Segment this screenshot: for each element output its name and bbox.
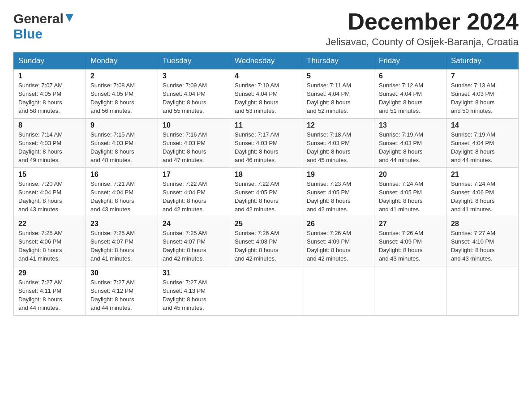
calendar-table: SundayMondayTuesdayWednesdayThursdayFrid… xyxy=(13,52,519,316)
day-info: Sunrise: 7:26 AMSunset: 4:09 PMDaylight:… xyxy=(307,229,369,263)
calendar-cell: 18Sunrise: 7:22 AMSunset: 4:05 PMDayligh… xyxy=(230,168,302,217)
calendar-cell: 19Sunrise: 7:23 AMSunset: 4:05 PMDayligh… xyxy=(302,168,374,217)
day-info: Sunrise: 7:27 AMSunset: 4:12 PMDaylight:… xyxy=(90,278,153,312)
col-header-friday: Friday xyxy=(374,53,446,69)
day-number: 1 xyxy=(18,72,81,80)
day-number: 10 xyxy=(163,121,225,129)
location-subtitle: Jelisavac, County of Osijek-Baranja, Cro… xyxy=(326,36,519,48)
calendar-cell: 27Sunrise: 7:26 AMSunset: 4:09 PMDayligh… xyxy=(374,217,446,266)
day-info: Sunrise: 7:24 AMSunset: 4:06 PMDaylight:… xyxy=(451,180,514,214)
day-info: Sunrise: 7:10 AMSunset: 4:04 PMDaylight:… xyxy=(235,81,297,115)
calendar-cell xyxy=(302,266,374,316)
day-info: Sunrise: 7:19 AMSunset: 4:03 PMDaylight:… xyxy=(379,131,442,164)
day-info: Sunrise: 7:17 AMSunset: 4:03 PMDaylight:… xyxy=(235,131,297,164)
calendar-week-row: 1Sunrise: 7:07 AMSunset: 4:05 PMDaylight… xyxy=(14,69,519,119)
day-number: 12 xyxy=(307,121,369,129)
calendar-cell: 29Sunrise: 7:27 AMSunset: 4:11 PMDayligh… xyxy=(14,266,86,316)
calendar-cell: 3Sunrise: 7:09 AMSunset: 4:04 PMDaylight… xyxy=(158,69,230,119)
calendar-cell xyxy=(446,266,519,316)
calendar-cell xyxy=(374,266,446,316)
day-number: 31 xyxy=(163,269,225,277)
calendar-cell: 15Sunrise: 7:20 AMSunset: 4:04 PMDayligh… xyxy=(14,168,86,217)
calendar-cell: 28Sunrise: 7:27 AMSunset: 4:10 PMDayligh… xyxy=(446,217,519,266)
calendar-cell: 6Sunrise: 7:12 AMSunset: 4:04 PMDaylight… xyxy=(374,69,446,119)
col-header-wednesday: Wednesday xyxy=(230,53,302,69)
day-number: 27 xyxy=(379,220,442,228)
calendar-cell: 2Sunrise: 7:08 AMSunset: 4:05 PMDaylight… xyxy=(86,69,158,119)
calendar-cell: 10Sunrise: 7:16 AMSunset: 4:03 PMDayligh… xyxy=(158,119,230,168)
day-info: Sunrise: 7:27 AMSunset: 4:10 PMDaylight:… xyxy=(451,229,514,263)
day-info: Sunrise: 7:12 AMSunset: 4:04 PMDaylight:… xyxy=(379,81,442,115)
day-number: 24 xyxy=(163,220,225,228)
calendar-cell: 17Sunrise: 7:22 AMSunset: 4:04 PMDayligh… xyxy=(158,168,230,217)
day-number: 14 xyxy=(451,121,514,129)
day-number: 20 xyxy=(379,171,442,179)
calendar-cell: 11Sunrise: 7:17 AMSunset: 4:03 PMDayligh… xyxy=(230,119,302,168)
day-number: 16 xyxy=(90,171,153,179)
calendar-cell: 14Sunrise: 7:19 AMSunset: 4:04 PMDayligh… xyxy=(446,119,519,168)
day-info: Sunrise: 7:27 AMSunset: 4:13 PMDaylight:… xyxy=(163,278,225,312)
col-header-monday: Monday xyxy=(86,53,158,69)
day-info: Sunrise: 7:09 AMSunset: 4:04 PMDaylight:… xyxy=(163,81,225,115)
calendar-cell: 24Sunrise: 7:25 AMSunset: 4:07 PMDayligh… xyxy=(158,217,230,266)
day-number: 7 xyxy=(451,72,514,80)
calendar-cell: 4Sunrise: 7:10 AMSunset: 4:04 PMDaylight… xyxy=(230,69,302,119)
day-number: 17 xyxy=(163,171,225,179)
day-number: 28 xyxy=(451,220,514,228)
day-info: Sunrise: 7:07 AMSunset: 4:05 PMDaylight:… xyxy=(18,81,81,115)
title-area: December 2024 Jelisavac, County of Osije… xyxy=(326,9,519,48)
calendar-cell: 1Sunrise: 7:07 AMSunset: 4:05 PMDaylight… xyxy=(14,69,86,119)
day-info: Sunrise: 7:20 AMSunset: 4:04 PMDaylight:… xyxy=(18,180,81,214)
day-number: 11 xyxy=(235,121,297,129)
day-number: 26 xyxy=(307,220,369,228)
calendar-cell: 13Sunrise: 7:19 AMSunset: 4:03 PMDayligh… xyxy=(374,119,446,168)
day-info: Sunrise: 7:15 AMSunset: 4:03 PMDaylight:… xyxy=(90,131,153,164)
day-number: 23 xyxy=(90,220,153,228)
day-number: 18 xyxy=(235,171,297,179)
day-number: 30 xyxy=(90,269,153,277)
day-number: 6 xyxy=(379,72,442,80)
calendar-cell: 9Sunrise: 7:15 AMSunset: 4:03 PMDaylight… xyxy=(86,119,158,168)
day-number: 25 xyxy=(235,220,297,228)
page-header: General Blue December 2024 Jelisavac, Co… xyxy=(13,9,519,48)
calendar-cell: 20Sunrise: 7:24 AMSunset: 4:05 PMDayligh… xyxy=(374,168,446,217)
day-number: 21 xyxy=(451,171,514,179)
day-info: Sunrise: 7:25 AMSunset: 4:06 PMDaylight:… xyxy=(18,229,81,263)
day-info: Sunrise: 7:26 AMSunset: 4:08 PMDaylight:… xyxy=(235,229,297,263)
calendar-cell: 25Sunrise: 7:26 AMSunset: 4:08 PMDayligh… xyxy=(230,217,302,266)
logo-triangle-icon xyxy=(65,14,73,24)
calendar-cell: 21Sunrise: 7:24 AMSunset: 4:06 PMDayligh… xyxy=(446,168,519,217)
logo-general: General xyxy=(13,11,64,26)
day-info: Sunrise: 7:14 AMSunset: 4:03 PMDaylight:… xyxy=(18,131,81,164)
day-number: 29 xyxy=(18,269,81,277)
calendar-cell: 12Sunrise: 7:18 AMSunset: 4:03 PMDayligh… xyxy=(302,119,374,168)
calendar-cell: 23Sunrise: 7:25 AMSunset: 4:07 PMDayligh… xyxy=(86,217,158,266)
calendar-cell: 26Sunrise: 7:26 AMSunset: 4:09 PMDayligh… xyxy=(302,217,374,266)
day-info: Sunrise: 7:27 AMSunset: 4:11 PMDaylight:… xyxy=(18,278,81,312)
day-info: Sunrise: 7:13 AMSunset: 4:03 PMDaylight:… xyxy=(451,81,514,115)
calendar-header-row: SundayMondayTuesdayWednesdayThursdayFrid… xyxy=(14,53,519,69)
calendar-cell: 22Sunrise: 7:25 AMSunset: 4:06 PMDayligh… xyxy=(14,217,86,266)
day-info: Sunrise: 7:22 AMSunset: 4:04 PMDaylight:… xyxy=(163,180,225,214)
day-info: Sunrise: 7:19 AMSunset: 4:04 PMDaylight:… xyxy=(451,131,514,164)
calendar-cell xyxy=(230,266,302,316)
col-header-sunday: Sunday xyxy=(14,53,86,69)
day-info: Sunrise: 7:23 AMSunset: 4:05 PMDaylight:… xyxy=(307,180,369,214)
calendar-cell: 16Sunrise: 7:21 AMSunset: 4:04 PMDayligh… xyxy=(86,168,158,217)
day-number: 15 xyxy=(18,171,81,179)
logo: General Blue xyxy=(13,9,73,42)
calendar-cell: 30Sunrise: 7:27 AMSunset: 4:12 PMDayligh… xyxy=(86,266,158,316)
day-info: Sunrise: 7:16 AMSunset: 4:03 PMDaylight:… xyxy=(163,131,225,164)
day-number: 5 xyxy=(307,72,369,80)
day-number: 8 xyxy=(18,121,81,129)
calendar-week-row: 29Sunrise: 7:27 AMSunset: 4:11 PMDayligh… xyxy=(14,266,519,316)
day-info: Sunrise: 7:26 AMSunset: 4:09 PMDaylight:… xyxy=(379,229,442,263)
calendar-cell: 5Sunrise: 7:11 AMSunset: 4:04 PMDaylight… xyxy=(302,69,374,119)
col-header-saturday: Saturday xyxy=(446,53,519,69)
svg-marker-0 xyxy=(65,14,73,22)
day-number: 2 xyxy=(90,72,153,80)
day-info: Sunrise: 7:18 AMSunset: 4:03 PMDaylight:… xyxy=(307,131,369,164)
calendar-week-row: 22Sunrise: 7:25 AMSunset: 4:06 PMDayligh… xyxy=(14,217,519,266)
calendar-cell: 31Sunrise: 7:27 AMSunset: 4:13 PMDayligh… xyxy=(158,266,230,316)
day-number: 3 xyxy=(163,72,225,80)
